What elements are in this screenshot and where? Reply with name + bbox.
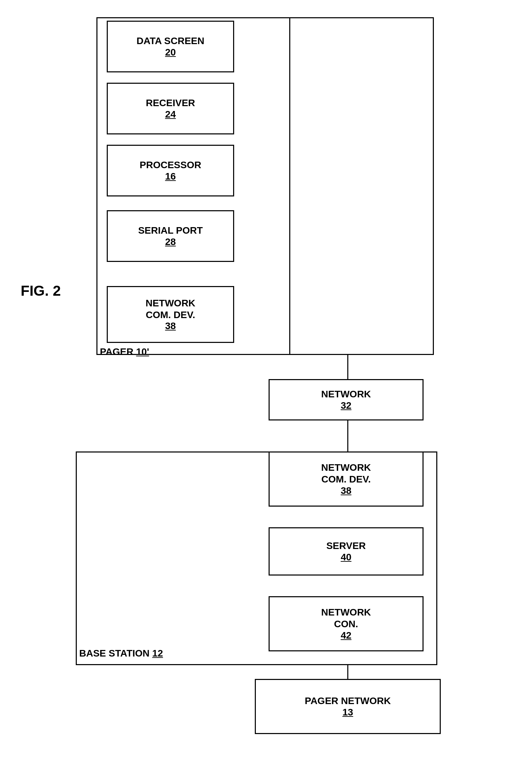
network-com-dev-base-line1: NETWORK	[321, 462, 371, 474]
network-con-line2: CON.	[334, 618, 358, 630]
pager-network-block: PAGER NETWORK 13	[255, 679, 441, 734]
receiver-num: 24	[165, 109, 176, 120]
receiver-label: RECEIVER	[146, 97, 195, 109]
pager-network-num: 13	[342, 707, 353, 718]
base-station-label: BASE STATION 12	[79, 648, 163, 659]
network-com-dev-pager-num: 38	[165, 321, 176, 332]
serial-port-num: 28	[165, 236, 176, 247]
network-com-dev-pager-block: NETWORK COM. DEV. 38	[107, 286, 234, 343]
network-con-num: 42	[341, 630, 351, 641]
network-com-dev-base-line2: COM. DEV.	[321, 474, 371, 485]
pager-label: PAGER 10'	[100, 346, 149, 357]
network-num: 32	[341, 400, 351, 411]
server-block: SERVER 40	[269, 527, 424, 576]
serial-port-label: SERIAL PORT	[138, 225, 203, 236]
server-label: SERVER	[326, 540, 366, 552]
network-com-dev-pager-line2: COM. DEV.	[146, 309, 195, 321]
processor-num: 16	[165, 171, 176, 182]
network-con-line1: NETWORK	[321, 607, 371, 618]
data-screen-label: DATA SCREEN	[136, 35, 204, 47]
network-com-dev-base-num: 38	[341, 485, 351, 496]
pager-network-label: PAGER NETWORK	[305, 695, 391, 707]
processor-block: PROCESSOR 16	[107, 145, 234, 196]
network-com-dev-base-block: NETWORK COM. DEV. 38	[269, 451, 424, 507]
data-screen-block: DATA SCREEN 20	[107, 21, 234, 72]
diagram: DATA SCREEN 20 KEYBOARD 22 RECEIVER 24 T…	[0, 0, 532, 28]
network-com-dev-pager-line1: NETWORK	[146, 297, 196, 309]
server-num: 40	[341, 552, 351, 563]
network-label: NETWORK	[321, 388, 371, 400]
receiver-block: RECEIVER 24	[107, 83, 234, 134]
network-con-block: NETWORK CON. 42	[269, 596, 424, 651]
figure-label: FIG. 2	[21, 283, 61, 299]
serial-port-block: SERIAL PORT 28	[107, 210, 234, 262]
network-connector-outer-box	[289, 17, 434, 355]
network-block: NETWORK 32	[269, 379, 424, 420]
processor-label: PROCESSOR	[140, 159, 201, 171]
data-screen-num: 20	[165, 47, 176, 58]
